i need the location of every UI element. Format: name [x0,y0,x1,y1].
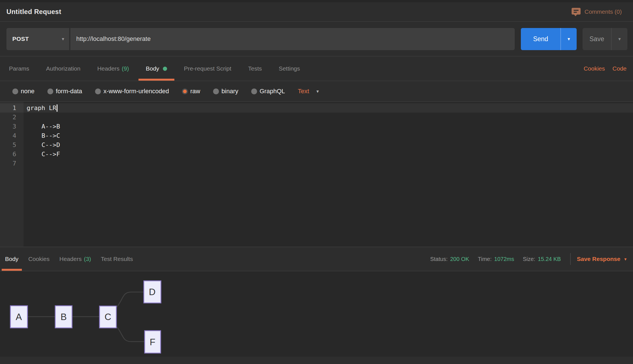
save-response-button[interactable]: Save Response ▾ [577,256,627,262]
response-body: A B C D F [0,271,633,364]
status-badge: Status: 200 OK [430,256,469,262]
editor-line[interactable]: 1 graph LR [0,103,633,113]
chevron-down-icon: ▾ [316,88,319,94]
tab-links: Cookies Code [584,57,627,81]
chevron-down-icon: ▾ [624,256,627,262]
svg-text:F: F [150,337,155,347]
editor-line[interactable]: 7 [0,159,633,168]
body-type-bar: none form-data x-www-form-urlencoded raw… [0,81,633,101]
radio-graphql[interactable]: GraphQL [251,88,285,95]
size-value: 15.24 KB [538,256,561,262]
radio-icon [12,88,18,94]
graph-node-F: F [145,331,161,353]
radio-selected-icon [182,88,188,94]
request-bar: POST ▾ Send ▾ Save ▾ [0,22,633,57]
line-number: 3 [0,122,24,131]
time-badge: Time: 1072ms [478,256,514,262]
svg-text:D: D [149,287,156,297]
response-headers-count-badge: (3) [84,256,91,262]
comments-button[interactable]: Comments (0) [571,7,622,16]
title-bar: Untitled Request Comments (0) [0,2,633,22]
graph-node-B: B [55,306,72,328]
url-input[interactable] [76,35,515,43]
save-options-button[interactable]: ▾ [611,28,627,50]
radio-form-data[interactable]: form-data [47,88,82,95]
save-label[interactable]: Save [583,28,611,50]
editor-line[interactable]: 5 C-->D [0,140,633,150]
method-dropdown[interactable]: POST ▾ [6,28,69,50]
code-text: B-->C [27,131,60,140]
text-cursor [57,104,57,112]
tab-authorization[interactable]: Authorization [39,57,88,81]
graph-node-D: D [144,281,161,303]
response-meta: Status: 200 OK Time: 1072ms Size: 15.24 … [430,247,627,271]
svg-text:C: C [105,312,111,322]
graph-node-C: C [100,306,116,328]
request-tabs: Params Authorization Headers(9) Body Pre… [0,57,633,81]
line-number: 5 [0,140,24,150]
time-value: 1072ms [494,256,514,262]
response-header: Body Cookies Headers(3) Test Results Sta… [0,247,633,271]
status-value: 200 OK [450,256,469,262]
line-number: 6 [0,150,24,159]
svg-text:A: A [16,312,22,322]
line-number: 7 [0,159,24,168]
response-tab-cookies[interactable]: Cookies [25,247,53,271]
send-label[interactable]: Send [521,28,560,50]
send-options-button[interactable]: ▾ [560,28,577,50]
radio-raw[interactable]: raw [182,88,200,95]
radio-x-www-form-urlencoded[interactable]: x-www-form-urlencoded [95,88,169,95]
code-link[interactable]: Code [613,65,627,72]
tab-settings[interactable]: Settings [271,57,307,81]
line-number: 2 [0,113,24,122]
save-button[interactable]: Save ▾ [583,28,627,50]
tab-headers[interactable]: Headers(9) [90,57,136,81]
body-modified-dot [163,67,167,71]
graph-node-A: A [10,306,27,328]
tab-params[interactable]: Params [2,57,36,81]
vertical-divider [570,253,571,265]
response-tab-body[interactable]: Body [2,247,22,271]
code-text: C-->F [27,150,60,159]
response-tab-test-results[interactable]: Test Results [98,247,136,271]
radio-icon [95,88,101,94]
url-segment [70,28,515,50]
raw-format-dropdown[interactable]: Text ▾ [298,88,319,95]
radio-none[interactable]: none [12,88,34,95]
chevron-down-icon: ▾ [618,36,621,42]
tab-body[interactable]: Body [138,57,174,81]
headers-count-badge: (9) [122,65,129,72]
editor-line[interactable]: 2 [0,113,633,122]
send-button[interactable]: Send ▾ [521,28,577,50]
editor-line[interactable]: 4 B-->C [0,131,633,140]
request-title: Untitled Request [6,8,61,16]
comment-icon [571,7,581,16]
chevron-down-icon: ▾ [62,36,64,42]
url-composite: POST ▾ [6,28,515,50]
radio-binary[interactable]: binary [213,88,238,95]
tab-pre-request-script[interactable]: Pre-request Script [177,57,239,81]
edge-C-D [116,292,144,308]
editor-line[interactable]: 3 A-->B [0,122,633,131]
radio-icon [213,88,219,94]
editor-lines: 1 graph LR 2 3 A-->B 4 B-->C 5 C-->D 6 C… [0,102,633,168]
chevron-down-icon: ▾ [568,36,570,42]
tab-tests[interactable]: Tests [241,57,269,81]
size-badge: Size: 15.24 KB [523,256,561,262]
method-label: POST [12,36,29,42]
code-text: graph LR [27,103,56,113]
response-tab-headers[interactable]: Headers(3) [56,247,94,271]
code-text: A-->B [27,122,60,131]
code-text: C-->D [27,140,60,150]
window-top-strip [0,0,633,2]
cookies-link[interactable]: Cookies [584,65,605,72]
comments-label: Comments (0) [585,8,622,15]
editor-line[interactable]: 6 C-->F [0,150,633,159]
svg-text:B: B [61,312,67,322]
horizontal-scrollbar-track[interactable] [0,357,633,364]
edge-C-F [116,326,145,342]
radio-icon [251,88,257,94]
request-body-editor[interactable]: 1 graph LR 2 3 A-->B 4 B-->C 5 C-->D 6 C… [0,101,633,247]
line-number: 1 [0,103,24,113]
mermaid-graph: A B C D F [0,271,185,364]
